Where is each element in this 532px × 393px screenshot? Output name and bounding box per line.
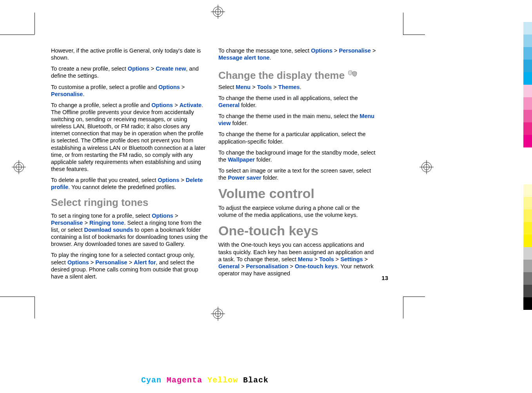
link-download-sounds: Download sounds xyxy=(84,227,133,233)
heading-change-display-theme: Change the display theme xyxy=(218,69,345,82)
text: > xyxy=(334,256,341,262)
text: To customise a profile, select a profile… xyxy=(51,84,158,90)
right-column: To change the message tone, select Optio… xyxy=(218,47,376,284)
text: . xyxy=(270,55,271,61)
link-activate: Activate xyxy=(180,102,202,108)
text: > xyxy=(251,84,257,90)
registration-mark-icon xyxy=(211,5,225,19)
text: . xyxy=(83,91,84,97)
body-text: To change the theme used in the main men… xyxy=(218,113,376,127)
body-text: To change a profile, select a profile an… xyxy=(51,102,209,173)
crop-mark xyxy=(403,297,403,318)
text: . You cannot delete the predefined profi… xyxy=(68,184,176,190)
text: folder. xyxy=(261,175,279,181)
page-number: 13 xyxy=(381,275,388,281)
label-magenta: Magenta xyxy=(167,376,202,385)
text: > xyxy=(83,220,89,226)
crop-mark xyxy=(34,13,35,35)
color-separation-labels: Cyan Magenta Yellow Black xyxy=(141,376,269,385)
link-options: Options xyxy=(152,213,173,219)
text: To change a profile, select a profile an… xyxy=(51,102,151,108)
link-wallpaper: Wallpaper xyxy=(228,156,255,163)
crop-mark xyxy=(403,297,425,297)
text: To change the message tone, select xyxy=(218,47,311,54)
body-text: To create a new profile, select Options … xyxy=(51,65,209,79)
link-personalise: Personalise xyxy=(339,47,371,54)
link-options: Options xyxy=(151,102,173,108)
link-message-alert-tone: Message alert tone xyxy=(218,55,270,61)
text: To set a ringing tone for a profile, sel… xyxy=(51,213,152,219)
text: > xyxy=(289,263,295,269)
registration-mark-icon xyxy=(419,160,434,174)
text: > xyxy=(127,259,134,266)
link-personalisation: Personalisation xyxy=(246,263,289,269)
left-column: However, if the active profile is Genera… xyxy=(51,47,209,284)
crop-mark xyxy=(403,35,425,35)
theme-masks-icon xyxy=(347,69,358,80)
body-text: To change the theme used in all applicat… xyxy=(218,95,376,109)
color-swatch-bar xyxy=(523,184,532,310)
body-text: To play the ringing tone for a selected … xyxy=(51,251,209,280)
link-themes: Themes xyxy=(278,84,300,90)
text: > xyxy=(332,47,339,54)
link-personalise: Personalise xyxy=(51,220,83,226)
link-ringing-tone: Ringing tone xyxy=(89,220,124,226)
registration-mark-icon xyxy=(12,160,26,174)
link-settings: Settings xyxy=(340,256,363,262)
body-text: With the One-touch keys you can access a… xyxy=(218,241,376,277)
label-black: Black xyxy=(243,376,269,385)
heading-one-touch-keys: One-touch keys xyxy=(218,222,376,239)
text: . The Offline profile prevents your devi… xyxy=(51,102,205,172)
link-alert-for: Alert for xyxy=(134,259,156,266)
link-general: General xyxy=(218,102,240,108)
link-options: Options xyxy=(158,84,180,90)
text: > xyxy=(240,263,246,269)
text: > xyxy=(173,102,180,108)
text: To change the theme used in all applicat… xyxy=(218,95,358,101)
body-text: Select Menu > Tools > Themes. xyxy=(218,84,376,91)
label-yellow: Yellow xyxy=(207,376,238,385)
link-create-new: Create new xyxy=(156,66,186,72)
body-text: To change the theme for a particular app… xyxy=(218,131,376,145)
body-text: To delete a profile that you created, se… xyxy=(51,176,209,191)
text: . xyxy=(300,84,301,90)
body-text: To set a ringing tone for a profile, sel… xyxy=(51,212,209,248)
text: folder. xyxy=(231,120,248,126)
registration-mark-icon xyxy=(211,307,225,321)
link-personalise: Personalise xyxy=(51,91,83,97)
link-options: Options xyxy=(158,177,179,183)
heading-row: Change the display theme xyxy=(218,65,376,84)
crop-mark xyxy=(34,297,35,318)
body-text: To select an image or write a text for t… xyxy=(218,167,376,181)
text: folder. xyxy=(255,156,272,163)
color-swatch-bar xyxy=(523,22,532,147)
page-content: However, if the active profile is Genera… xyxy=(51,47,376,284)
text: Select xyxy=(218,84,236,90)
link-options: Options xyxy=(67,259,89,266)
text: > xyxy=(179,177,186,183)
text: To change the theme used in the main men… xyxy=(218,113,360,119)
text: > xyxy=(149,66,156,72)
text: > xyxy=(89,259,96,266)
text: > xyxy=(272,84,278,90)
body-text: However, if the active profile is Genera… xyxy=(51,47,209,61)
link-options: Options xyxy=(311,47,332,54)
text: > xyxy=(313,256,320,262)
heading-volume-control: Volume control xyxy=(218,185,376,202)
link-personalise: Personalise xyxy=(95,259,127,266)
link-one-touch-keys: One-touch keys xyxy=(295,263,338,269)
link-tools: Tools xyxy=(319,256,334,262)
body-text: To change the background image for the s… xyxy=(218,149,376,163)
text: > xyxy=(363,256,368,262)
text: > xyxy=(180,84,185,90)
text: To delete a profile that you created, se… xyxy=(51,177,158,183)
crop-mark xyxy=(0,35,34,35)
body-text: To adjust the earpiece volume during a p… xyxy=(218,204,376,218)
crop-mark xyxy=(403,13,403,35)
body-text: To change the message tone, select Optio… xyxy=(218,47,376,61)
text: folder. xyxy=(240,102,257,108)
text: To create a new profile, select xyxy=(51,66,128,72)
text: > xyxy=(173,213,178,219)
link-power-saver: Power saver xyxy=(228,175,261,181)
body-text: To customise a profile, select a profile… xyxy=(51,84,209,98)
